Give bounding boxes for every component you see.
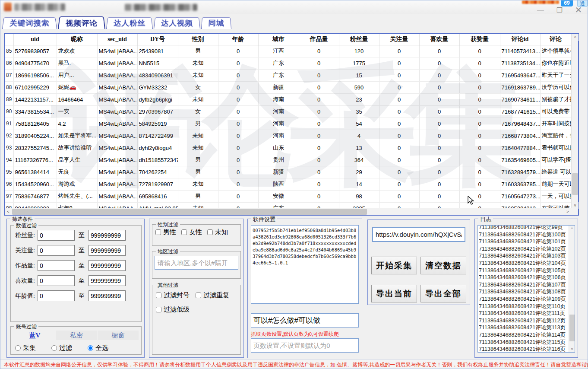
segment-blue-v[interactable]: 蓝V	[14, 331, 55, 340]
log-entry[interactable]: 7113864346882608421评论第112页	[479, 317, 568, 324]
likes-max-input[interactable]	[89, 275, 126, 286]
log-entry[interactable]: 7113864346882608421评论第104页	[479, 260, 568, 267]
log-entry[interactable]: 7113864346882608421评论第102页	[479, 245, 568, 253]
column-header[interactable]: 关注量	[379, 34, 419, 45]
column-header[interactable]: 昵称	[57, 34, 97, 45]
license-key-textarea[interactable]: 007952f5b5b741eb1ef95068a8d1b95e4d03b8a4…	[251, 225, 359, 304]
log-entry[interactable]: 7113864346882608421评论第111页	[479, 310, 568, 317]
column-header[interactable]: 作品量	[299, 34, 339, 45]
column-header[interactable]: DY号	[137, 34, 178, 45]
log-scroll-thumb[interactable]	[569, 315, 575, 341]
log-entry[interactable]: 7113864346882608421评论第114页	[479, 331, 568, 339]
column-header[interactable]: 评论	[540, 34, 571, 45]
horizontal-scroll-thumb[interactable]	[12, 209, 367, 215]
log-entry[interactable]: 7113864346882608421评论第103页	[479, 252, 568, 260]
log-entry[interactable]: 7113864346882608421评论第107页	[479, 281, 568, 289]
age-min-input[interactable]	[38, 290, 75, 301]
checkbox-unknown[interactable]: 未知	[207, 228, 228, 236]
chevron-up-icon[interactable]: ^	[569, 226, 575, 232]
export-all-button[interactable]: 导出全部	[420, 285, 466, 302]
tab-same-city[interactable]: 同城	[201, 17, 231, 29]
log-entry[interactable]: 7113864346882608421评论第116页	[479, 346, 568, 353]
table-row[interactable]: 97 75836746877 烤蚝先生、(... MS4wLjABAA... 6…	[5, 190, 571, 202]
fans-min-input[interactable]	[38, 230, 75, 241]
checkbox-male-input[interactable]	[155, 229, 161, 235]
column-header[interactable]: 获赞量	[459, 34, 500, 45]
radio-filter[interactable]: 过滤	[51, 344, 72, 352]
video-url-input[interactable]	[372, 227, 465, 242]
maximize-icon[interactable]: ❐	[555, 6, 564, 14]
works-min-input[interactable]	[38, 260, 75, 271]
checkbox-filter-duplicate[interactable]: 过滤重复	[196, 291, 229, 299]
chevron-up-icon[interactable]: ^	[572, 34, 579, 41]
age-max-input[interactable]	[89, 290, 126, 301]
works-max-input[interactable]	[89, 260, 126, 271]
start-collect-button[interactable]: 开始采集	[371, 257, 417, 274]
checkbox-filter-lowlevel[interactable]: 过滤低级	[156, 305, 190, 314]
radio-collect-input[interactable]	[15, 345, 21, 351]
close-icon[interactable]: ✕	[574, 6, 583, 14]
radio-filter-input[interactable]	[51, 345, 57, 351]
vertical-scroll-thumb[interactable]	[572, 173, 578, 195]
chevron-left-icon[interactable]: <	[5, 208, 12, 215]
clear-data-button[interactable]: 清空数据	[420, 257, 466, 274]
follow-min-input[interactable]	[38, 245, 75, 256]
log-entry[interactable]: 7113864346882608421评论第108页	[479, 288, 568, 296]
radio-select-all-input[interactable]	[88, 345, 93, 351]
tab-influencer-fans[interactable]: 达人粉丝	[106, 17, 153, 29]
column-header[interactable]: 年龄	[218, 34, 258, 45]
column-header[interactable]: sec_uid	[97, 34, 137, 45]
table-row[interactable]: 93 28327552745... 故事讲给谁听 MS4wLjABAA... d…	[5, 142, 571, 154]
column-header[interactable]: 评论id	[500, 34, 540, 45]
column-header[interactable]: uid	[13, 34, 57, 45]
column-header[interactable]	[5, 34, 13, 45]
checkbox-female-input[interactable]	[181, 229, 187, 235]
chevron-down-icon[interactable]: v	[569, 346, 575, 352]
table-horizontal-scrollbar[interactable]: < >	[5, 208, 571, 215]
comment-keyword-input[interactable]	[251, 313, 359, 328]
table-vertical-scrollbar[interactable]: ^ v	[571, 34, 578, 209]
follow-max-input[interactable]	[89, 245, 126, 256]
fans-max-input[interactable]	[89, 230, 126, 241]
tab-influencer-videos[interactable]: 达人视频	[154, 17, 200, 29]
log-entry[interactable]: 7113864346882608421评论第115页	[479, 339, 568, 346]
log-entry[interactable]: 7113864346882608421评论第100页	[479, 231, 568, 239]
table-row[interactable]: 95 96561384414 无良 MS4wLjABAA... 70426225…	[5, 166, 571, 178]
column-header[interactable]: 性别	[178, 34, 218, 45]
checkbox-female[interactable]: 女性	[181, 228, 202, 236]
column-header[interactable]: 粉丝量	[339, 34, 379, 45]
segment-showcase[interactable]: 橱窗	[98, 331, 139, 340]
checkbox-filter-duplicate-input[interactable]	[196, 293, 201, 298]
log-entry[interactable]: 7113864346882608421评论第99页	[479, 225, 568, 231]
table-row[interactable]: 86 94904775470 黑马. MS4wLjABAA... NN5515 …	[5, 57, 571, 69]
log-list-box[interactable]: 7113864346882608421评论第99页711386434688260…	[477, 225, 575, 353]
table-row[interactable]: 89 14422131157... 16466464 MS4wLjABAA...…	[5, 93, 571, 105]
radio-collect[interactable]: 采集	[15, 344, 36, 352]
chevron-right-icon[interactable]: >	[564, 208, 571, 215]
table-row[interactable]: 94 11167326776... 品享人生 MS4wLjABAA... dh1…	[5, 154, 571, 166]
table-row[interactable]: 90 33473815534... 一安 MS4wLjABAA... 29703…	[5, 105, 571, 118]
checkbox-filter-banned-input[interactable]	[156, 293, 161, 298]
column-header[interactable]: 喜欢量	[419, 34, 459, 45]
checkbox-male[interactable]: 男性	[155, 228, 176, 236]
segment-private[interactable]: 私密	[56, 331, 97, 340]
table-row[interactable]: 91 75818126405 4.2 MS4wLjABAA... 5849259…	[5, 118, 571, 130]
table-row[interactable]: 92 31890405224... 如果是宇将军... MS4wLjABAA..…	[5, 130, 571, 142]
log-entry[interactable]: 7113864346882608421评论第109页	[479, 296, 568, 303]
export-current-button[interactable]: 导出当前	[371, 285, 417, 302]
table-row[interactable]: 96 15434520960... 游游戏 MS4wLjABAA... 7278…	[5, 178, 571, 190]
minimize-icon[interactable]: —	[536, 6, 545, 14]
table-row[interactable]: 87 18696198506... 用户... MS4wLjABAA... 48…	[5, 69, 571, 81]
region-input[interactable]	[155, 256, 238, 270]
log-entry[interactable]: 7113864346882608421评论第110页	[479, 303, 568, 310]
pages-input[interactable]	[251, 338, 359, 353]
checkbox-filter-banned[interactable]: 过滤封号	[156, 291, 190, 299]
likes-min-input[interactable]	[38, 275, 75, 286]
radio-select-all[interactable]: 全选	[88, 344, 108, 352]
log-scrollbar[interactable]: ^ v	[569, 226, 575, 352]
log-entry[interactable]: 7113864346882608421评论第113页	[479, 324, 568, 331]
table-row[interactable]: 88 67102995229 妮妮🚗 MS4wLjABAA... GYM3323…	[5, 81, 571, 93]
checkbox-filter-lowlevel-input[interactable]	[156, 307, 161, 312]
checkbox-unknown-input[interactable]	[207, 229, 213, 235]
tab-video-comments[interactable]: 视频评论	[58, 16, 105, 29]
